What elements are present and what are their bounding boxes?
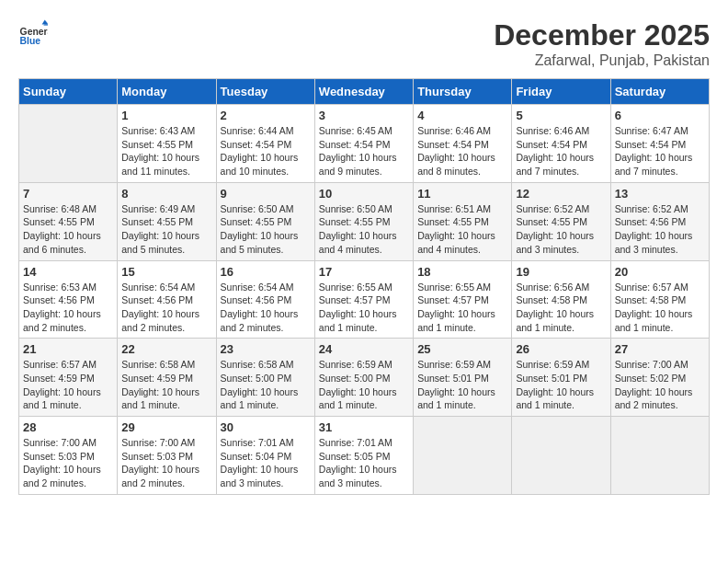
calendar-cell: 1Sunrise: 6:43 AMSunset: 4:55 PMDaylight… bbox=[118, 105, 216, 183]
calendar-cell: 10Sunrise: 6:50 AMSunset: 4:55 PMDayligh… bbox=[314, 182, 413, 260]
calendar-cell: 4Sunrise: 6:46 AMSunset: 4:54 PMDaylight… bbox=[414, 105, 512, 183]
day-info: Sunrise: 6:58 AMSunset: 4:59 PMDaylight:… bbox=[121, 358, 211, 412]
day-info: Sunrise: 6:54 AMSunset: 4:56 PMDaylight:… bbox=[221, 281, 311, 335]
day-number: 1 bbox=[121, 109, 211, 122]
col-header-saturday: Saturday bbox=[610, 79, 709, 105]
day-number: 15 bbox=[121, 265, 211, 279]
day-number: 6 bbox=[615, 109, 705, 122]
day-number: 3 bbox=[319, 109, 409, 122]
calendar-cell: 28Sunrise: 7:00 AMSunset: 5:03 PMDayligh… bbox=[19, 417, 118, 495]
calendar-cell: 16Sunrise: 6:54 AMSunset: 4:56 PMDayligh… bbox=[216, 260, 314, 339]
logo: General Blue bbox=[18, 18, 51, 48]
day-info: Sunrise: 7:01 AMSunset: 5:04 PMDaylight:… bbox=[221, 436, 311, 490]
day-info: Sunrise: 6:59 AMSunset: 5:00 PMDaylight:… bbox=[319, 358, 409, 412]
day-info: Sunrise: 6:44 AMSunset: 4:54 PMDaylight:… bbox=[221, 124, 311, 178]
day-info: Sunrise: 6:48 AMSunset: 4:55 PMDaylight:… bbox=[23, 202, 113, 257]
calendar-cell: 5Sunrise: 6:46 AMSunset: 4:54 PMDaylight… bbox=[512, 105, 610, 183]
day-info: Sunrise: 6:49 AMSunset: 4:55 PMDaylight:… bbox=[121, 202, 211, 257]
day-info: Sunrise: 6:56 AMSunset: 4:58 PMDaylight:… bbox=[516, 281, 606, 335]
day-number: 11 bbox=[417, 187, 507, 201]
day-info: Sunrise: 6:50 AMSunset: 4:55 PMDaylight:… bbox=[319, 202, 409, 257]
day-info: Sunrise: 6:46 AMSunset: 4:54 PMDaylight:… bbox=[417, 124, 507, 178]
logo-icon: General Blue bbox=[18, 18, 48, 48]
svg-text:Blue: Blue bbox=[20, 36, 41, 46]
day-info: Sunrise: 7:01 AMSunset: 5:05 PMDaylight:… bbox=[319, 436, 409, 490]
day-number: 19 bbox=[516, 265, 606, 279]
calendar-body: 1Sunrise: 6:43 AMSunset: 4:55 PMDaylight… bbox=[19, 105, 710, 495]
day-number: 22 bbox=[121, 342, 211, 356]
calendar-cell: 15Sunrise: 6:54 AMSunset: 4:56 PMDayligh… bbox=[118, 260, 216, 339]
day-info: Sunrise: 6:54 AMSunset: 4:56 PMDaylight:… bbox=[121, 281, 211, 335]
calendar-week-1: 1Sunrise: 6:43 AMSunset: 4:55 PMDaylight… bbox=[19, 105, 710, 183]
calendar-cell: 12Sunrise: 6:52 AMSunset: 4:55 PMDayligh… bbox=[512, 182, 610, 260]
day-number: 23 bbox=[221, 342, 311, 356]
day-number: 2 bbox=[221, 109, 311, 122]
day-number: 17 bbox=[319, 265, 409, 279]
day-number: 5 bbox=[516, 109, 606, 122]
col-header-sunday: Sunday bbox=[19, 79, 118, 105]
day-number: 20 bbox=[615, 265, 705, 279]
day-number: 16 bbox=[221, 265, 311, 279]
day-number: 13 bbox=[615, 187, 705, 201]
day-number: 31 bbox=[319, 420, 409, 434]
calendar-cell bbox=[512, 417, 610, 495]
day-number: 7 bbox=[23, 187, 113, 201]
calendar-cell bbox=[414, 417, 512, 495]
calendar-cell: 25Sunrise: 6:59 AMSunset: 5:01 PMDayligh… bbox=[414, 339, 512, 417]
day-info: Sunrise: 7:00 AMSunset: 5:03 PMDaylight:… bbox=[121, 436, 211, 490]
calendar-cell: 21Sunrise: 6:57 AMSunset: 4:59 PMDayligh… bbox=[19, 339, 118, 417]
day-info: Sunrise: 6:55 AMSunset: 4:57 PMDaylight:… bbox=[319, 281, 409, 335]
day-info: Sunrise: 6:53 AMSunset: 4:56 PMDaylight:… bbox=[23, 281, 113, 335]
calendar-cell: 14Sunrise: 6:53 AMSunset: 4:56 PMDayligh… bbox=[19, 260, 118, 339]
day-number: 29 bbox=[121, 420, 211, 434]
calendar-header-row: SundayMondayTuesdayWednesdayThursdayFrid… bbox=[19, 79, 710, 105]
day-number: 28 bbox=[23, 420, 113, 434]
calendar-cell: 2Sunrise: 6:44 AMSunset: 4:54 PMDaylight… bbox=[216, 105, 314, 183]
calendar-week-2: 7Sunrise: 6:48 AMSunset: 4:55 PMDaylight… bbox=[19, 182, 710, 260]
day-number: 8 bbox=[121, 187, 211, 201]
day-number: 25 bbox=[417, 342, 507, 356]
calendar-cell: 8Sunrise: 6:49 AMSunset: 4:55 PMDaylight… bbox=[118, 182, 216, 260]
calendar-cell: 31Sunrise: 7:01 AMSunset: 5:05 PMDayligh… bbox=[314, 417, 413, 495]
calendar-cell bbox=[610, 417, 709, 495]
day-number: 21 bbox=[23, 342, 113, 356]
day-number: 26 bbox=[516, 342, 606, 356]
calendar-cell: 30Sunrise: 7:01 AMSunset: 5:04 PMDayligh… bbox=[216, 417, 314, 495]
calendar-cell: 9Sunrise: 6:50 AMSunset: 4:55 PMDaylight… bbox=[216, 182, 314, 260]
calendar-week-4: 21Sunrise: 6:57 AMSunset: 4:59 PMDayligh… bbox=[19, 339, 710, 417]
day-info: Sunrise: 6:52 AMSunset: 4:55 PMDaylight:… bbox=[516, 202, 606, 257]
calendar-week-5: 28Sunrise: 7:00 AMSunset: 5:03 PMDayligh… bbox=[19, 417, 710, 495]
day-number: 27 bbox=[615, 342, 705, 356]
title-block: December 2025 Zafarwal, Punjab, Pakistan bbox=[494, 18, 710, 69]
calendar-cell bbox=[19, 105, 118, 183]
day-info: Sunrise: 6:57 AMSunset: 4:58 PMDaylight:… bbox=[615, 281, 705, 335]
calendar-cell: 23Sunrise: 6:58 AMSunset: 5:00 PMDayligh… bbox=[216, 339, 314, 417]
day-number: 9 bbox=[221, 187, 311, 201]
month-title: December 2025 bbox=[494, 18, 710, 52]
calendar-cell: 24Sunrise: 6:59 AMSunset: 5:00 PMDayligh… bbox=[314, 339, 413, 417]
calendar-cell: 17Sunrise: 6:55 AMSunset: 4:57 PMDayligh… bbox=[314, 260, 413, 339]
day-number: 12 bbox=[516, 187, 606, 201]
day-info: Sunrise: 7:00 AMSunset: 5:03 PMDaylight:… bbox=[23, 436, 113, 490]
calendar-cell: 7Sunrise: 6:48 AMSunset: 4:55 PMDaylight… bbox=[19, 182, 118, 260]
day-number: 18 bbox=[417, 265, 507, 279]
calendar-cell: 6Sunrise: 6:47 AMSunset: 4:54 PMDaylight… bbox=[610, 105, 709, 183]
day-info: Sunrise: 6:45 AMSunset: 4:54 PMDaylight:… bbox=[319, 124, 409, 178]
day-info: Sunrise: 6:51 AMSunset: 4:55 PMDaylight:… bbox=[417, 202, 507, 257]
col-header-tuesday: Tuesday bbox=[216, 79, 314, 105]
calendar-cell: 26Sunrise: 6:59 AMSunset: 5:01 PMDayligh… bbox=[512, 339, 610, 417]
location: Zafarwal, Punjab, Pakistan bbox=[494, 52, 710, 69]
calendar-cell: 19Sunrise: 6:56 AMSunset: 4:58 PMDayligh… bbox=[512, 260, 610, 339]
day-info: Sunrise: 6:50 AMSunset: 4:55 PMDaylight:… bbox=[221, 202, 311, 257]
day-info: Sunrise: 6:43 AMSunset: 4:55 PMDaylight:… bbox=[121, 124, 211, 178]
day-number: 14 bbox=[23, 265, 113, 279]
day-number: 10 bbox=[319, 187, 409, 201]
calendar-cell: 3Sunrise: 6:45 AMSunset: 4:54 PMDaylight… bbox=[314, 105, 413, 183]
calendar-cell: 11Sunrise: 6:51 AMSunset: 4:55 PMDayligh… bbox=[414, 182, 512, 260]
calendar-table: SundayMondayTuesdayWednesdayThursdayFrid… bbox=[18, 78, 710, 495]
day-number: 24 bbox=[319, 342, 409, 356]
calendar-cell: 20Sunrise: 6:57 AMSunset: 4:58 PMDayligh… bbox=[610, 260, 709, 339]
day-info: Sunrise: 6:59 AMSunset: 5:01 PMDaylight:… bbox=[516, 358, 606, 412]
col-header-thursday: Thursday bbox=[414, 79, 512, 105]
calendar-cell: 29Sunrise: 7:00 AMSunset: 5:03 PMDayligh… bbox=[118, 417, 216, 495]
